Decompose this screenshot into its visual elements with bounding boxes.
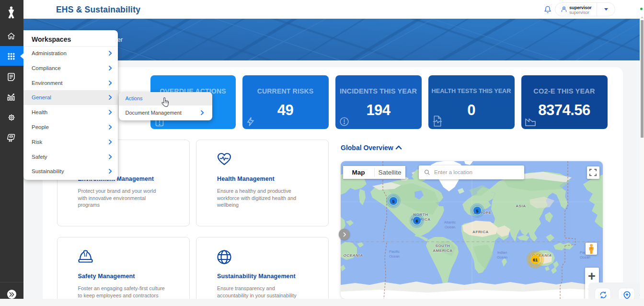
svg-text:6: 6: [415, 219, 418, 224]
svg-text:5: 5: [476, 209, 478, 213]
svg-text:5: 5: [392, 199, 394, 204]
svg-text:61: 61: [533, 258, 538, 262]
